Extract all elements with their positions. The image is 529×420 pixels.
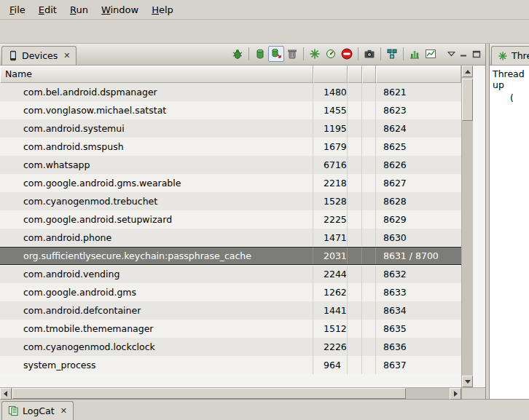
- menu-window[interactable]: Window: [95, 1, 145, 18]
- scroll-left-icon[interactable]: [0, 388, 12, 400]
- device-table: Name com.bel.android.dspmanager14808621c…: [0, 66, 461, 387]
- cell-x4: [362, 338, 376, 356]
- cell-name: com.whatsapp: [0, 156, 313, 174]
- close-icon[interactable]: ✕: [63, 52, 70, 60]
- devices-toolbar: [230, 46, 481, 62]
- cell-x3: [348, 192, 362, 210]
- cell-x4: [362, 210, 376, 229]
- cell-x3: [348, 174, 362, 192]
- cause-gc-icon[interactable]: [284, 46, 300, 62]
- table-row[interactable]: com.google.android.gms126238633: [0, 283, 461, 301]
- tab-threads[interactable]: Threads: [491, 46, 529, 65]
- cell-pid: 1480: [313, 83, 348, 101]
- maximize-icon[interactable]: [472, 50, 481, 58]
- table-row[interactable]: com.cyanogenmod.trebuchet15288628: [0, 192, 461, 210]
- network-stats-icon[interactable]: [407, 46, 423, 62]
- update-heap-icon[interactable]: [252, 46, 268, 62]
- table-row[interactable]: com.bel.android.dspmanager14808621: [0, 83, 461, 101]
- vertical-scroll-track[interactable]: [462, 77, 473, 376]
- horizontal-scrollbar[interactable]: [0, 388, 461, 399]
- scroll-down-icon[interactable]: [462, 376, 473, 387]
- cell-x3: [348, 210, 362, 229]
- menu-file[interactable]: File: [3, 1, 32, 18]
- scroll-right-icon[interactable]: [450, 388, 461, 400]
- cell-x3: [348, 156, 362, 174]
- threads-message-line2: (: [510, 92, 529, 103]
- stop-process-icon[interactable]: [339, 46, 355, 62]
- cell-pid: 1528: [313, 192, 348, 210]
- cell-port: 8624: [376, 119, 461, 138]
- column-header-pid[interactable]: [313, 66, 348, 83]
- horizontal-scroll-track[interactable]: [12, 388, 450, 399]
- table-row[interactable]: com.android.systemui11958624: [0, 119, 461, 138]
- cell-port: 8629: [376, 210, 461, 229]
- cell-pid: 1471: [313, 229, 348, 247]
- table-row[interactable]: com.whatsapp67168626: [0, 156, 461, 174]
- menu-help[interactable]: Help: [145, 1, 180, 18]
- update-threads-icon[interactable]: [307, 46, 323, 62]
- dump-hprof-icon[interactable]: [268, 46, 284, 62]
- device-table-area: Name com.bel.android.dspmanager14808621c…: [0, 66, 485, 387]
- table-header-row: Name: [0, 66, 461, 83]
- cell-pid: 22185: [313, 174, 348, 192]
- menu-edit[interactable]: Edit: [32, 1, 63, 18]
- cell-pid: 14553: [313, 101, 348, 119]
- view-menu-icon[interactable]: [447, 51, 455, 57]
- threads-content: Thread up (: [490, 66, 529, 399]
- table-row[interactable]: com.google.android.gms.wearable221858627: [0, 174, 461, 192]
- cell-name: com.vonglasow.michael.satstat: [0, 101, 313, 119]
- table-row[interactable]: com.vonglasow.michael.satstat145538623: [0, 101, 461, 119]
- vertical-scrollbar[interactable]: [461, 66, 473, 387]
- menu-run[interactable]: Run: [63, 1, 95, 18]
- cell-x3: [348, 283, 362, 301]
- cell-x4: [362, 101, 376, 119]
- tab-threads-label: Threads: [512, 50, 529, 61]
- toolbar-separator: [380, 47, 381, 60]
- cell-x4: [362, 356, 376, 374]
- tab-devices[interactable]: Devices ✕: [1, 46, 77, 65]
- horizontal-scroll-thumb[interactable]: [12, 388, 406, 399]
- table-row[interactable]: com.android.defcontainer144118634: [0, 301, 461, 320]
- cell-port: 8626: [376, 156, 461, 174]
- tab-devices-label: Devices: [22, 50, 58, 61]
- minimize-icon[interactable]: [460, 50, 468, 58]
- table-row[interactable]: org.sufficientlysecure.keychain:passphra…: [0, 247, 461, 265]
- table-row[interactable]: com.android.phone14718630: [0, 229, 461, 247]
- close-icon[interactable]: ✕: [60, 407, 67, 415]
- debug-icon[interactable]: [230, 46, 246, 62]
- cell-pid: 22250: [313, 210, 348, 229]
- view-hierarchy-icon[interactable]: [384, 46, 400, 62]
- start-method-profiling-icon[interactable]: [323, 46, 339, 62]
- toolbar-separator: [303, 47, 304, 60]
- table-row[interactable]: system_process9648637: [0, 356, 461, 374]
- toolbar-separator: [248, 47, 249, 60]
- cell-pid: 12623: [313, 283, 348, 301]
- system-info-icon[interactable]: [423, 46, 439, 62]
- vertical-scroll-thumb[interactable]: [462, 79, 473, 121]
- screen-capture-icon[interactable]: [361, 46, 377, 62]
- table-row[interactable]: com.tmobile.thememanager15128635: [0, 320, 461, 338]
- cell-x3: [348, 301, 362, 320]
- cell-name: com.tmobile.thememanager: [0, 320, 313, 338]
- column-header-3[interactable]: [348, 66, 362, 83]
- column-header-4[interactable]: [362, 66, 376, 83]
- table-row[interactable]: com.cyanogenmod.lockclock222658636: [0, 338, 461, 356]
- devices-tab-header: Devices ✕: [0, 44, 485, 66]
- empty-toolbar-strip: [0, 20, 529, 44]
- table-row[interactable]: com.google.android.setupwizard222508629: [0, 210, 461, 229]
- table-row[interactable]: com.android.smspush16798625: [0, 138, 461, 156]
- scrollbar-corner: [461, 388, 473, 399]
- cell-name: com.android.vending: [0, 265, 313, 283]
- column-header-port[interactable]: [376, 66, 461, 83]
- cell-pid: 14411: [313, 301, 348, 320]
- tab-logcat[interactable]: LogCat ✕: [1, 401, 74, 420]
- cell-port: 8630: [376, 229, 461, 247]
- scroll-up-icon[interactable]: [462, 66, 473, 77]
- column-header-name[interactable]: Name: [0, 66, 313, 83]
- toolbar-separator: [403, 47, 404, 60]
- table-row[interactable]: com.android.vending224408632: [0, 265, 461, 283]
- menubar: File Edit Run Window Help: [0, 0, 529, 20]
- cell-name: com.android.defcontainer: [0, 301, 313, 320]
- cell-name: com.bel.android.dspmanager: [0, 83, 313, 101]
- cell-name: com.android.systemui: [0, 119, 313, 138]
